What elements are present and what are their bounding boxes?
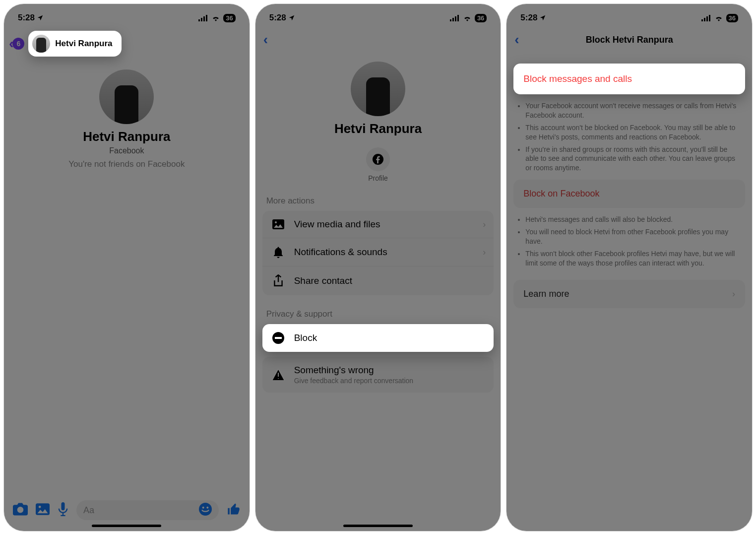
bullet-item: This won't block other Facebook profiles… bbox=[525, 249, 740, 268]
row-share-contact[interactable]: Share contact bbox=[262, 266, 494, 295]
avatar bbox=[32, 35, 50, 53]
wifi-icon bbox=[211, 15, 220, 21]
svg-rect-10 bbox=[450, 19, 451, 21]
screen-chat: 5:28 36 ‹ 6 Hetvi Ranpura Hetvi Ranpura … bbox=[4, 4, 250, 531]
status-bar: 5:28 36 bbox=[4, 4, 250, 28]
row-report[interactable]: Something's wrong Give feedback and repo… bbox=[262, 357, 494, 393]
row-label: Share contact bbox=[294, 275, 352, 286]
svg-point-8 bbox=[202, 506, 204, 508]
row-label: Block bbox=[294, 333, 317, 343]
status-time: 5:28 bbox=[18, 13, 35, 23]
share-icon bbox=[271, 274, 285, 287]
block-icon bbox=[271, 332, 285, 344]
signal-icon bbox=[198, 15, 208, 21]
chat-toolbar: Aa bbox=[4, 500, 250, 520]
wifi-icon bbox=[714, 15, 723, 21]
svg-rect-2 bbox=[203, 16, 205, 21]
section-privacy: Privacy & support bbox=[255, 295, 501, 324]
message-input[interactable]: Aa bbox=[76, 500, 219, 520]
warning-icon bbox=[271, 369, 285, 381]
row-sublabel: Give feedback and report conversation bbox=[294, 377, 413, 385]
contact-name: Hetvi Ranpura bbox=[55, 39, 112, 49]
bullet-item: Hetvi's messages and calls will also be … bbox=[525, 215, 740, 224]
battery-indicator: 36 bbox=[475, 14, 487, 22]
chevron-right-icon: › bbox=[483, 219, 486, 230]
profile-name: Hetvi Ranpura bbox=[255, 121, 501, 136]
home-indicator[interactable] bbox=[92, 525, 161, 527]
svg-rect-19 bbox=[701, 19, 703, 21]
profile-name: Hetvi Ranpura bbox=[4, 129, 250, 144]
screen-block-options: 5:28 36 ‹ Block Hetvi Ranpura Block mess… bbox=[506, 4, 752, 531]
status-time: 5:28 bbox=[520, 13, 537, 23]
svg-point-9 bbox=[206, 506, 208, 508]
svg-rect-18 bbox=[275, 337, 282, 339]
wifi-icon bbox=[463, 15, 472, 21]
row-label: View media and files bbox=[294, 219, 380, 230]
battery-indicator: 36 bbox=[223, 14, 235, 22]
signal-icon bbox=[701, 15, 711, 21]
row-label: Something's wrong bbox=[294, 365, 413, 376]
back-icon[interactable]: ‹ bbox=[514, 32, 519, 48]
block-facebook-button[interactable]: Block on Facebook bbox=[513, 180, 745, 208]
more-actions-card: View media and files › Notifications & s… bbox=[262, 211, 494, 295]
chevron-right-icon: › bbox=[483, 247, 486, 258]
profile-navbar: ‹ bbox=[255, 28, 501, 52]
battery-indicator: 36 bbox=[726, 14, 738, 22]
gallery-icon[interactable] bbox=[36, 503, 50, 517]
svg-rect-0 bbox=[198, 19, 200, 21]
back-icon[interactable]: ‹ bbox=[263, 32, 268, 47]
camera-icon[interactable] bbox=[13, 503, 28, 518]
block-messages-description: Your Facebook account won't receive mess… bbox=[506, 94, 752, 173]
avatar-large bbox=[99, 69, 154, 124]
status-bar: 5:28 36 bbox=[506, 4, 752, 28]
unread-badge: 6 bbox=[12, 38, 24, 50]
row-view-media[interactable]: View media and files › bbox=[262, 211, 494, 238]
svg-rect-12 bbox=[455, 16, 456, 21]
thumbs-up-icon[interactable] bbox=[227, 502, 241, 518]
facebook-icon bbox=[366, 147, 390, 171]
avatar-large bbox=[351, 62, 405, 116]
svg-point-16 bbox=[275, 221, 277, 223]
chevron-right-icon: › bbox=[732, 289, 735, 299]
svg-rect-22 bbox=[709, 15, 710, 21]
location-icon bbox=[288, 14, 295, 21]
location-icon bbox=[539, 14, 546, 21]
emoji-icon[interactable] bbox=[199, 503, 212, 518]
image-icon bbox=[271, 219, 285, 229]
profile-chip-label: Profile bbox=[368, 174, 388, 182]
svg-rect-1 bbox=[201, 18, 202, 21]
svg-rect-20 bbox=[704, 18, 705, 21]
status-time: 5:28 bbox=[269, 13, 286, 23]
learn-more-label: Learn more bbox=[523, 289, 569, 299]
svg-rect-13 bbox=[457, 15, 459, 21]
profile-source: Facebook bbox=[4, 146, 250, 155]
home-indicator[interactable] bbox=[343, 525, 413, 527]
svg-point-7 bbox=[199, 503, 212, 516]
svg-point-5 bbox=[39, 506, 41, 508]
mic-icon[interactable] bbox=[58, 502, 68, 518]
svg-rect-11 bbox=[452, 18, 454, 21]
bullet-item: This account won't be blocked on Faceboo… bbox=[525, 123, 740, 142]
row-block[interactable]: Block bbox=[262, 324, 494, 352]
profile-link[interactable]: Profile bbox=[255, 147, 501, 182]
friend-status: You're not friends on Facebook bbox=[4, 159, 250, 169]
page-title: Block Hetvi Ranpura bbox=[506, 35, 752, 45]
bullet-item: You will need to block Hetvi from other … bbox=[525, 227, 740, 246]
svg-rect-6 bbox=[62, 502, 65, 510]
block-messages-button[interactable]: Block messages and calls bbox=[513, 64, 745, 94]
bullet-item: If you're in shared groups or rooms with… bbox=[525, 145, 740, 173]
learn-more-button[interactable]: Learn more › bbox=[513, 280, 745, 308]
section-more-actions: More actions bbox=[255, 182, 501, 211]
row-label: Notifications & sounds bbox=[294, 247, 387, 258]
row-notifications[interactable]: Notifications & sounds › bbox=[262, 238, 494, 266]
screen-profile: 5:28 36 ‹ Hetvi Ranpura Profile More act… bbox=[255, 4, 501, 531]
block-facebook-description: Hetvi's messages and calls will also be … bbox=[506, 208, 752, 268]
block-facebook-label: Block on Facebook bbox=[523, 189, 599, 199]
bell-icon bbox=[271, 246, 285, 258]
chat-navbar: ‹ 6 Hetvi Ranpura bbox=[4, 28, 250, 60]
block-messages-label: Block messages and calls bbox=[523, 73, 632, 84]
contact-header-button[interactable]: Hetvi Ranpura bbox=[28, 31, 121, 57]
bullet-item: Your Facebook account won't receive mess… bbox=[525, 101, 740, 120]
status-bar: 5:28 36 bbox=[255, 4, 501, 28]
svg-rect-21 bbox=[706, 16, 708, 21]
